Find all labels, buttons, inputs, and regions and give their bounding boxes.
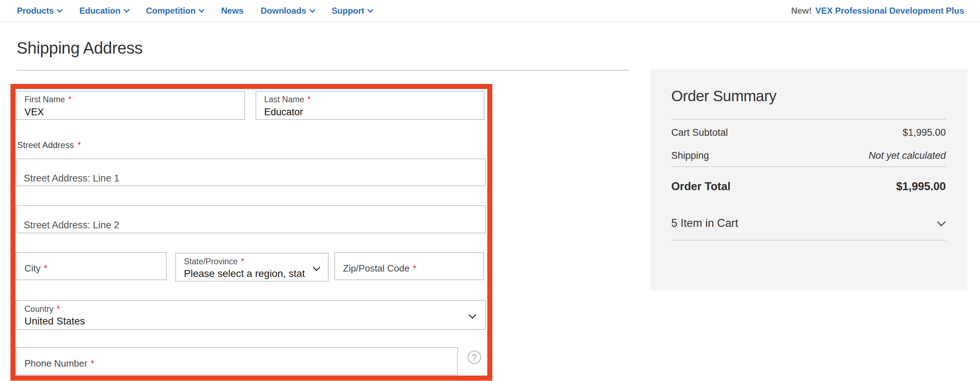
country-value: United States bbox=[24, 316, 478, 327]
last-name-label-row: Last Name * bbox=[264, 95, 477, 104]
country-label: Country * bbox=[24, 304, 478, 314]
shipping-row: Shipping Not yet calculated bbox=[671, 148, 946, 164]
last-name-field[interactable]: Last Name * bbox=[256, 91, 484, 120]
state-province-label: State/Province * bbox=[184, 257, 321, 266]
city-input[interactable]: City * bbox=[16, 252, 167, 280]
order-summary-panel: Order Summary Cart Subtotal $1,995.00 Sh… bbox=[650, 69, 967, 290]
nav-label: Competition bbox=[146, 6, 196, 16]
street-address-label: Street Address * bbox=[17, 140, 81, 150]
last-name-input[interactable] bbox=[264, 107, 477, 118]
help-icon[interactable]: ? bbox=[468, 351, 481, 364]
order-total-label: Order Total bbox=[671, 180, 730, 193]
main-nav: Products Education Competition News Down… bbox=[17, 6, 372, 16]
divider bbox=[671, 240, 946, 241]
header-promo: New! VEX Professional Development Plus bbox=[791, 6, 964, 16]
street-line2-field[interactable] bbox=[16, 205, 486, 233]
order-total-row: Order Total $1,995.00 bbox=[671, 177, 946, 196]
required-asterisk: * bbox=[307, 95, 310, 104]
first-name-label: First Name bbox=[24, 95, 65, 104]
cart-subtotal-row: Cart Subtotal $1,995.00 bbox=[671, 124, 946, 140]
order-summary-title: Order Summary bbox=[671, 87, 946, 105]
nav-label: News bbox=[221, 6, 243, 16]
chevron-down-icon bbox=[368, 6, 374, 13]
chevron-down-icon bbox=[199, 6, 205, 13]
nav-item-education[interactable]: Education bbox=[79, 6, 129, 16]
required-asterisk: * bbox=[413, 263, 417, 274]
chevron-down-icon bbox=[123, 6, 130, 13]
zip-postal-input[interactable]: Zip/Postal Code * bbox=[334, 252, 484, 280]
phone-number-input[interactable]: Phone Number * bbox=[16, 347, 458, 375]
checkout-shipping-page: Products Education Competition News Down… bbox=[0, 0, 980, 381]
items-in-cart-toggle[interactable]: 5 Item in Cart bbox=[671, 215, 946, 232]
divider bbox=[671, 119, 946, 120]
city-label: City * bbox=[24, 263, 48, 274]
street-line2-input[interactable] bbox=[24, 220, 478, 231]
required-asterisk: * bbox=[241, 257, 244, 266]
zip-postal-label: Zip/Postal Code * bbox=[343, 263, 417, 274]
nav-item-competition[interactable]: Competition bbox=[146, 6, 204, 16]
state-province-value: Please select a region, stat bbox=[184, 268, 321, 279]
items-in-cart-label: 5 Item in Cart bbox=[671, 217, 738, 230]
promo-link[interactable]: VEX Professional Development Plus bbox=[816, 6, 964, 16]
required-asterisk: * bbox=[57, 304, 60, 314]
required-asterisk: * bbox=[91, 358, 94, 369]
divider bbox=[671, 166, 946, 167]
chevron-down-icon bbox=[57, 6, 63, 13]
required-asterisk: * bbox=[77, 140, 81, 150]
shipping-address-form: First Name * Last Name * Street Address … bbox=[16, 89, 487, 376]
nav-item-products[interactable]: Products bbox=[17, 6, 62, 16]
nav-label: Downloads bbox=[261, 6, 306, 16]
shipping-value: Not yet calculated bbox=[869, 150, 946, 161]
cart-subtotal-value: $1,995.00 bbox=[903, 127, 946, 138]
cart-subtotal-label: Cart Subtotal bbox=[671, 127, 728, 138]
phone-number-label: Phone Number * bbox=[24, 358, 94, 369]
nav-item-news[interactable]: News bbox=[221, 6, 243, 16]
chevron-down-icon bbox=[309, 6, 315, 13]
shipping-form-highlight: First Name * Last Name * Street Address … bbox=[10, 84, 492, 381]
shipping-label: Shipping bbox=[671, 150, 709, 161]
nav-label: Products bbox=[17, 6, 54, 16]
nav-item-downloads[interactable]: Downloads bbox=[261, 6, 314, 16]
last-name-label: Last Name bbox=[264, 95, 304, 104]
promo-new-label: New! bbox=[791, 6, 811, 16]
page-title: Shipping Address bbox=[17, 37, 980, 59]
nav-label: Support bbox=[332, 6, 364, 16]
first-name-label-row: First Name * bbox=[24, 95, 237, 104]
country-select[interactable]: Country * United States bbox=[16, 300, 486, 330]
order-total-value: $1,995.00 bbox=[896, 180, 946, 193]
required-asterisk: * bbox=[68, 95, 71, 104]
first-name-field[interactable]: First Name * bbox=[16, 91, 245, 120]
chevron-down-icon bbox=[937, 217, 945, 226]
required-asterisk: * bbox=[44, 263, 48, 274]
street-line1-field[interactable] bbox=[16, 158, 486, 186]
top-nav: Products Education Competition News Down… bbox=[0, 0, 980, 22]
title-divider bbox=[17, 70, 629, 70]
first-name-input[interactable] bbox=[24, 107, 237, 118]
nav-item-support[interactable]: Support bbox=[332, 6, 373, 16]
state-province-select[interactable]: State/Province * Please select a region,… bbox=[175, 253, 329, 282]
nav-label: Education bbox=[79, 6, 120, 16]
street-line1-input[interactable] bbox=[24, 173, 478, 184]
